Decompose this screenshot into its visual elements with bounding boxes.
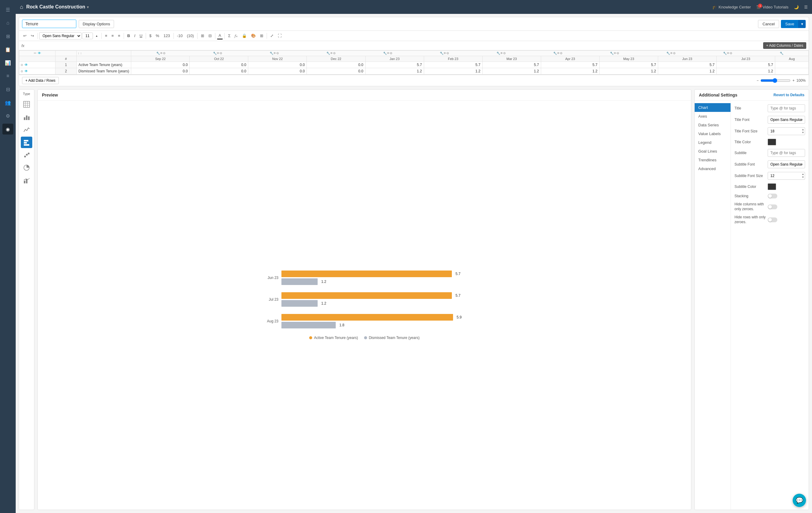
- row2-apr23[interactable]: 1.2: [541, 68, 599, 74]
- sidebar-menu-icon[interactable]: ☰: [2, 4, 13, 15]
- col-filter-J[interactable]: 🔧👁⚙: [666, 52, 676, 55]
- col-filter-E[interactable]: 🔧👁⚙: [383, 52, 393, 55]
- add-columns-button[interactable]: + Add Columns / Dates: [763, 42, 806, 49]
- title-font-select[interactable]: Open Sans Regular: [768, 116, 805, 124]
- row1-mar23[interactable]: 5.7: [482, 62, 541, 68]
- row2-eye-icon[interactable]: 👁: [24, 69, 28, 73]
- subtitle-size-down[interactable]: ▼: [801, 176, 805, 179]
- chart-type-scatter[interactable]: [21, 149, 32, 161]
- col-filter-D[interactable]: 🔧👁⚙: [326, 52, 336, 55]
- title-size-up[interactable]: ▲: [801, 128, 805, 131]
- theme-toggle[interactable]: 🌙: [794, 5, 799, 9]
- chat-button[interactable]: 💬: [793, 494, 806, 507]
- zoom-out-icon[interactable]: −: [756, 79, 759, 83]
- zoom-slider[interactable]: [760, 78, 790, 83]
- col-filter-G[interactable]: 🔧👁⚙: [496, 52, 506, 55]
- align-right-button[interactable]: ≡: [116, 32, 122, 39]
- row2-mar23[interactable]: 1.2: [482, 68, 541, 74]
- row2-oct22[interactable]: 0.0: [190, 68, 248, 74]
- chart-type-line[interactable]: [21, 124, 32, 135]
- col-filter-F[interactable]: 🔧👁⚙: [440, 52, 449, 55]
- sidebar-home-icon[interactable]: ⌂: [2, 18, 13, 28]
- font-size-input[interactable]: [82, 33, 93, 39]
- row1-jul23[interactable]: 5.7: [716, 62, 775, 68]
- row2-nov22[interactable]: 0.0: [248, 68, 307, 74]
- percent-button[interactable]: %: [154, 32, 161, 39]
- row1-apr23[interactable]: 5.7: [541, 62, 599, 68]
- row1-nov22[interactable]: 0.0: [248, 62, 307, 68]
- formula-input[interactable]: [27, 43, 761, 48]
- settings-nav-trendlines[interactable]: Trendlines: [695, 156, 730, 164]
- grid-button[interactable]: ⊞: [258, 32, 265, 39]
- row2-settings-icon[interactable]: ⚙: [21, 70, 23, 73]
- col-filter-A[interactable]: 🔧👁⚙: [156, 52, 166, 55]
- row2-jan23[interactable]: 1.2: [365, 68, 424, 74]
- settings-nav-data-series[interactable]: Data Series: [695, 121, 730, 129]
- title-size-down[interactable]: ▼: [801, 131, 805, 134]
- row1-may23[interactable]: 5.7: [599, 62, 658, 68]
- row1-feb23[interactable]: 5.7: [424, 62, 482, 68]
- undo-button[interactable]: ↩: [22, 32, 28, 39]
- paint-bucket[interactable]: 🎨: [249, 32, 258, 39]
- settings-nav-value-labels[interactable]: Value Labels: [695, 129, 730, 138]
- hamburger-menu[interactable]: ☰: [804, 5, 808, 9]
- neg-paren-button[interactable]: (10): [185, 32, 196, 39]
- fullscreen-button[interactable]: ⛶: [276, 32, 284, 39]
- underline-button[interactable]: U: [138, 32, 144, 39]
- formula-button[interactable]: 𝑓ₓ: [233, 32, 239, 39]
- stacking-toggle[interactable]: [768, 193, 777, 199]
- report-title-input[interactable]: [22, 20, 76, 28]
- italic-button[interactable]: I: [133, 32, 137, 39]
- neg-number-button[interactable]: -10: [175, 32, 184, 39]
- currency-button[interactable]: $: [147, 32, 153, 39]
- sidebar-people-icon[interactable]: 👥: [2, 97, 13, 108]
- sidebar-reports-icon[interactable]: 📋: [2, 44, 13, 55]
- pencil-icon[interactable]: ✏: [34, 51, 36, 55]
- row2-may23[interactable]: 1.2: [599, 68, 658, 74]
- hide-zero-rows-toggle[interactable]: [768, 217, 777, 222]
- col-filter-H[interactable]: 🔧👁⚙: [553, 52, 562, 55]
- save-dropdown-button[interactable]: ▾: [799, 20, 806, 28]
- title-font-size-input[interactable]: [768, 127, 805, 135]
- row1-jun23[interactable]: 5.7: [658, 62, 716, 68]
- zoom-in-icon[interactable]: +: [792, 79, 794, 83]
- row1-eye-icon[interactable]: 👁: [24, 63, 28, 67]
- sidebar-dashboard-icon[interactable]: ⊞: [2, 31, 13, 41]
- row1-sep22[interactable]: 0.0: [131, 62, 190, 68]
- cancel-button[interactable]: Cancel: [758, 20, 779, 28]
- subtitle-color-swatch[interactable]: [768, 183, 776, 190]
- chart-type-horizontal-bar[interactable]: [21, 137, 32, 148]
- chart-type-table[interactable]: [21, 99, 32, 110]
- subtitle-font-size-input[interactable]: [768, 172, 805, 180]
- title-color-swatch[interactable]: [768, 139, 776, 145]
- row2-dec22[interactable]: 0.0: [307, 68, 365, 74]
- sidebar-settings-icon[interactable]: ⚙: [2, 110, 13, 121]
- sidebar-active-icon[interactable]: ◉: [2, 124, 13, 134]
- align-left-button[interactable]: ≡: [103, 32, 109, 39]
- format-button-1[interactable]: ⊞: [199, 32, 206, 39]
- align-center-button[interactable]: ≡: [110, 32, 116, 39]
- sidebar-chart-icon[interactable]: 📊: [2, 57, 13, 68]
- row1-aug[interactable]: [775, 62, 808, 68]
- row2-aug[interactable]: [775, 68, 808, 74]
- row1-dec22[interactable]: 0.0: [307, 62, 365, 68]
- subtitle-font-select[interactable]: Open Sans Regular: [768, 160, 805, 168]
- chart-type-pie[interactable]: [21, 162, 32, 173]
- display-options-button[interactable]: Display Options: [79, 20, 114, 28]
- home-icon[interactable]: ⌂: [20, 4, 23, 10]
- row1-settings-icon[interactable]: ⚙: [21, 63, 23, 67]
- settings-nav-goal-lines[interactable]: Goal Lines: [695, 147, 730, 156]
- settings-nav-legend[interactable]: Legend: [695, 138, 730, 147]
- title-text-input[interactable]: [768, 104, 805, 112]
- redo-button[interactable]: ↪: [29, 32, 36, 39]
- font-color-button[interactable]: A: [217, 32, 223, 39]
- lock-button[interactable]: 🔒: [240, 32, 249, 39]
- hide-zero-cols-toggle[interactable]: [768, 205, 777, 209]
- row2-sep22[interactable]: 0.0: [131, 68, 190, 74]
- sidebar-table-icon[interactable]: ⊟: [2, 84, 13, 95]
- sidebar-list-icon[interactable]: ≡: [2, 70, 13, 82]
- export-button[interactable]: ⤢: [268, 32, 276, 39]
- row2-feb23[interactable]: 1.2: [424, 68, 482, 74]
- subtitle-text-input[interactable]: [768, 149, 805, 157]
- spreadsheet-scroll[interactable]: ✏ 👁 ↕ ↕: [19, 50, 809, 75]
